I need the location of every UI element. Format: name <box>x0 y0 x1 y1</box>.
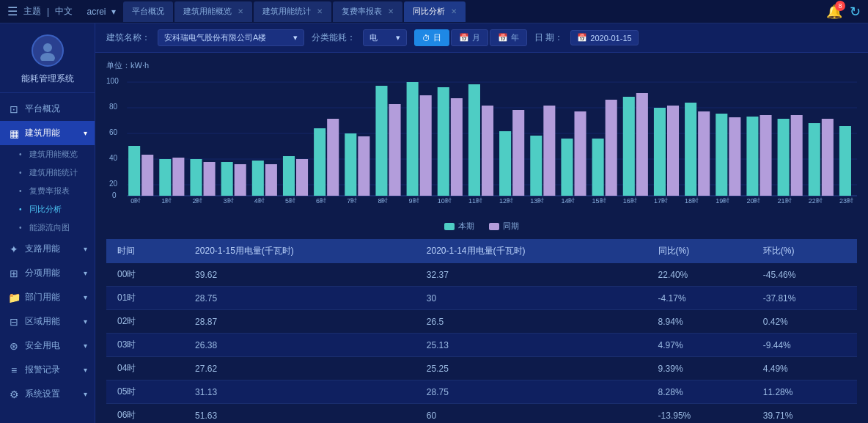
tab-building-stats-close[interactable]: ✕ <box>317 7 323 15</box>
tab-tariff-label: 复费率报表 <box>342 6 382 17</box>
tab-yoy-close[interactable]: ✕ <box>451 7 457 15</box>
bar-current-13 <box>530 136 542 196</box>
x-label-23: 23时 <box>839 197 853 203</box>
tab-building-overview[interactable]: 建筑用能概览 ✕ <box>174 1 252 22</box>
tab-platform-overview[interactable]: 平台概况 <box>123 1 173 22</box>
table-row: 04时 27.62 25.25 9.39% 4.49% <box>106 357 857 380</box>
user-name[interactable]: acrei <box>87 7 106 17</box>
sidebar-item-building[interactable]: ▦ 建筑用能 ▾ <box>0 121 95 145</box>
tab-platform-label: 平台概况 <box>132 6 164 17</box>
cell-prev: 60 <box>416 404 647 424</box>
subitem-icon: ⊞ <box>7 268 21 279</box>
tab-tariff-report[interactable]: 复费率报表 ✕ <box>333 1 402 22</box>
x-label-3: 3时 <box>224 197 234 203</box>
sidebar-subitem-label: 分项用能 <box>25 267 60 279</box>
legend-prev: 同期 <box>489 221 519 232</box>
dept-icon: 📁 <box>7 292 21 304</box>
sidebar-item-platform[interactable]: ⊡ 平台概况 <box>0 97 95 121</box>
sidebar-item-safety[interactable]: ⊛ 安全用电 ▾ <box>0 334 95 358</box>
sub-building-overview-label: 建筑用能概览 <box>29 149 78 160</box>
tab-building-overview-close[interactable]: ✕ <box>238 7 243 15</box>
time-btn-month-label: 月 <box>472 32 480 43</box>
x-label-11: 11时 <box>468 197 482 203</box>
tab-yoy-analysis[interactable]: 同比分析 ✕ <box>404 1 466 22</box>
subitem-arrow-icon: ▾ <box>84 269 87 277</box>
sidebar-item-region[interactable]: ⊟ 区域用能 ▾ <box>0 309 95 334</box>
time-btn-day[interactable]: ⏱ 日 <box>414 29 449 46</box>
bar-current-4 <box>252 161 264 196</box>
x-label-14: 14时 <box>561 197 575 203</box>
cell-time: 02时 <box>106 310 184 334</box>
system-title: 能耗管理系统 <box>21 73 74 85</box>
bar-prev-16 <box>636 93 648 196</box>
x-label-13: 13时 <box>530 197 544 203</box>
settings-icon: ⚙ <box>7 389 21 400</box>
time-btn-year[interactable]: 📅 年 <box>490 29 527 46</box>
cell-mom: -45.46% <box>752 263 857 287</box>
bar-current-20 <box>746 117 758 196</box>
branch-arrow-icon: ▾ <box>84 245 87 253</box>
bar-current-5 <box>283 156 295 196</box>
sidebar-sub-building-stats[interactable]: 建筑用能统计 <box>12 163 95 182</box>
branch-icon: ✦ <box>7 243 21 255</box>
hamburger-icon[interactable]: ☰ <box>7 4 18 18</box>
date-picker-icon: 📅 <box>577 33 587 43</box>
notification-bell[interactable]: 🔔 8 <box>826 4 842 20</box>
top-bar: ☰ 主题 | 中文 acrei ▾ 平台概况 建筑用能概览 ✕ 建筑用能统计 ✕… <box>0 0 868 23</box>
y-label-80: 80 <box>109 103 118 111</box>
sidebar-sub-tariff[interactable]: 复费率报表 <box>12 182 95 200</box>
time-btn-month[interactable]: 📅 月 <box>451 29 488 46</box>
sidebar-item-dept[interactable]: 📁 部门用能 ▾ <box>0 285 95 309</box>
sidebar-item-branch[interactable]: ✦ 支路用能 ▾ <box>0 237 95 261</box>
cell-time: 05时 <box>106 380 184 404</box>
cell-current: 39.62 <box>184 263 416 287</box>
bar-prev-6 <box>327 119 339 196</box>
x-label-22: 22时 <box>809 197 823 203</box>
tab-building-overview-label: 建筑用能概览 <box>183 6 232 17</box>
sidebar-sub-building-overview[interactable]: 建筑用能概览 <box>12 145 95 163</box>
category-select[interactable]: 电 ▾ <box>363 29 407 46</box>
sidebar-item-alarm[interactable]: ≡ 报警记录 ▾ <box>0 358 95 382</box>
table-header-row: 时间 2020-1-15用电量(千瓦时) 2020-1-14用电量(千瓦时) 同… <box>106 239 857 263</box>
bar-prev-1 <box>172 158 184 196</box>
tab-tariff-close[interactable]: ✕ <box>388 7 394 15</box>
bar-current-17 <box>654 108 666 196</box>
th-time: 时间 <box>106 239 184 263</box>
sidebar-sub-energy-flow[interactable]: 能源流向图 <box>12 218 95 237</box>
x-label-9: 9时 <box>409 197 419 203</box>
bar-current-0 <box>128 146 140 196</box>
sidebar-branch-label: 支路用能 <box>25 243 60 255</box>
x-label-19: 19时 <box>716 197 729 203</box>
content-area: 建筑名称： 安科瑞电气股份有限公司A楼 ▾ 分类能耗： 电 ▾ ⏱ 日 📅 月 <box>95 23 868 423</box>
safety-icon: ⊛ <box>7 340 21 352</box>
cell-yoy: 22.40% <box>647 263 752 287</box>
notification-badge: 8 <box>835 1 845 11</box>
bar-prev-22 <box>822 119 834 196</box>
sidebar-dept-label: 部门用能 <box>25 291 60 304</box>
cell-prev: 26.5 <box>416 310 647 334</box>
lang-label[interactable]: 中文 <box>55 5 73 18</box>
chart-unit-label: 单位：kW·h <box>106 60 857 71</box>
bar-chart: 100 80 60 40 20 0 <box>106 75 857 203</box>
main-layout: 能耗管理系统 ⊡ 平台概况 ▦ 建筑用能 ▾ 建筑用能概览 建筑用能统计 复 <box>0 23 868 423</box>
sidebar-item-settings[interactable]: ⚙ 系统设置 ▾ <box>0 382 95 406</box>
bar-current-1 <box>159 159 171 196</box>
date-picker[interactable]: 📅 2020-01-15 <box>570 30 638 45</box>
cell-mom: 11.28% <box>752 380 857 404</box>
legend-current: 本期 <box>444 221 474 232</box>
tab-building-stats[interactable]: 建筑用能统计 ✕ <box>254 1 331 22</box>
x-label-1: 1时 <box>161 197 172 203</box>
refresh-icon[interactable]: ↻ <box>850 4 861 20</box>
building-select[interactable]: 安科瑞电气股份有限公司A楼 ▾ <box>158 29 304 46</box>
theme-label: 主题 <box>23 5 41 18</box>
sidebar-item-subitem[interactable]: ⊞ 分项用能 ▾ <box>0 261 95 285</box>
sidebar-sub-yoy[interactable]: 同比分析 <box>12 200 95 218</box>
bar-prev-21 <box>791 115 803 196</box>
building-select-arrow: ▾ <box>293 33 298 43</box>
cell-time: 00时 <box>106 263 184 287</box>
category-select-arrow: ▾ <box>396 33 400 43</box>
cell-time: 03时 <box>106 334 184 357</box>
bar-current-9 <box>407 82 419 196</box>
chart-container: 100 80 60 40 20 0 <box>106 75 857 218</box>
dept-arrow-icon: ▾ <box>84 293 87 301</box>
